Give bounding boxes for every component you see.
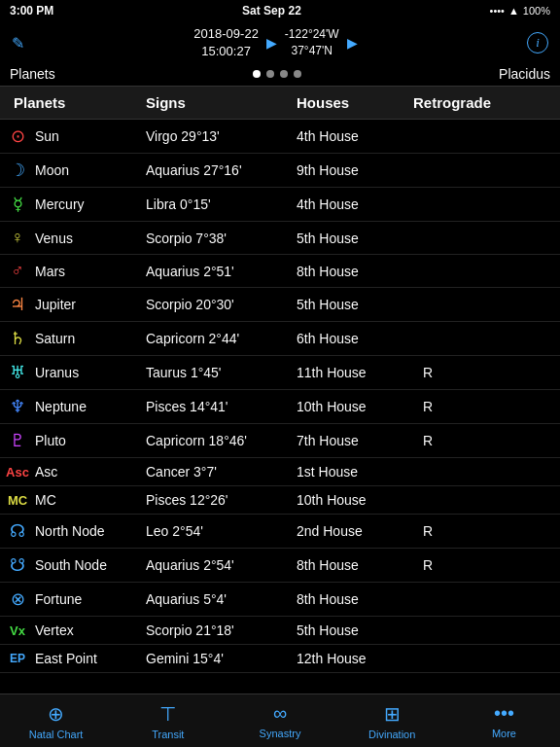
planet-symbol: ♆ — [6, 396, 29, 417]
sign-cell: Aquarius 5°4' — [136, 591, 287, 607]
planet-cell-venus: ♀ Venus — [0, 228, 136, 248]
nav-arrows: 2018-09-22 15:00:27 ▶ -122°24'W 37°47'N … — [193, 25, 357, 60]
planet-cell-mars: ♂ Mars — [0, 261, 136, 281]
bottom-nav: ⊕ Natal Chart ⊤ Transit ∞ Synastry ⊞ Div… — [0, 694, 560, 747]
planet-name: Moon — [35, 162, 69, 178]
retrograde-cell: R — [403, 365, 501, 380]
planet-symbol: ☿ — [6, 194, 29, 215]
sign-cell: Scorpio 7°38' — [136, 231, 287, 246]
dot-2[interactable] — [266, 70, 274, 78]
section-label: Planets — [10, 66, 55, 82]
table-row: ☽ Moon Aquarius 27°16' 9th House — [0, 154, 560, 188]
planet-name: Jupiter — [35, 297, 76, 312]
sign-cell: Aquarius 2°54' — [136, 557, 287, 573]
info-button[interactable]: i — [527, 32, 548, 53]
sign-cell: Libra 0°15' — [136, 196, 287, 212]
transit-icon: ⊤ — [159, 702, 176, 726]
right-arrow[interactable]: ▶ — [347, 35, 358, 51]
planet-symbol: ♄ — [6, 328, 29, 349]
house-cell: 11th House — [287, 365, 403, 380]
page-dots — [253, 70, 301, 78]
dot-4[interactable] — [294, 70, 301, 78]
planet-cell-uranus: ♅ Uranus — [0, 362, 136, 383]
planet-name: South Node — [35, 557, 107, 573]
sign-cell: Aquarius 2°51' — [136, 264, 287, 279]
top-nav: ✎ 2018-09-22 15:00:27 ▶ -122°24'W 37°47'… — [0, 21, 560, 64]
wifi-icon: ▲ — [508, 5, 519, 17]
table-header: Planets Signs Houses Retrograde — [0, 86, 560, 120]
status-bar: 3:00 PM Sat Sep 22 •••• ▲ 100% — [0, 0, 560, 21]
left-arrow[interactable]: ▶ — [266, 35, 277, 51]
table-row: ♄ Saturn Capricorn 2°44' 6th House — [0, 322, 560, 356]
tab-more[interactable]: ••• More — [448, 694, 560, 747]
planet-cell-asc: Asc Asc — [0, 464, 136, 480]
house-cell: 10th House — [287, 399, 403, 414]
sign-cell: Cancer 3°7' — [136, 464, 287, 480]
planet-cell-saturn: ♄ Saturn — [0, 328, 136, 349]
planet-cell-northnode: ☊ North Node — [0, 520, 136, 542]
planet-name: MC — [35, 492, 56, 508]
battery-indicator: 100% — [523, 5, 550, 17]
table-row: ☿ Mercury Libra 0°15' 4th House — [0, 188, 560, 222]
dot-3[interactable] — [280, 70, 288, 78]
table-row: MC MC Pisces 12°26' 10th House — [0, 486, 560, 515]
table-row: ⊗ Fortune Aquarius 5°4' 8th House — [0, 583, 560, 617]
planet-name: North Node — [35, 523, 105, 539]
status-icons: •••• ▲ 100% — [490, 5, 550, 17]
sign-cell: Gemini 15°4' — [136, 651, 287, 666]
planet-cell-vertex: Vx Vertex — [0, 622, 136, 638]
house-cell: 5th House — [287, 297, 403, 312]
planet-cell-neptune: ♆ Neptune — [0, 396, 136, 417]
divination-icon: ⊞ — [384, 702, 401, 726]
sign-cell: Pisces 12°26' — [136, 492, 287, 508]
planet-symbol: ♃ — [6, 294, 29, 315]
house-cell: 8th House — [287, 264, 403, 279]
house-cell: 4th House — [287, 128, 403, 144]
planet-symbol: ♇ — [6, 430, 29, 451]
planet-symbol: MC — [6, 493, 29, 508]
col-header-houses: Houses — [287, 94, 403, 111]
sign-cell: Scorpio 20°30' — [136, 297, 287, 312]
tab-transit[interactable]: ⊤ Transit — [112, 694, 224, 747]
house-cell: 7th House — [287, 433, 403, 448]
sign-cell: Capricorn 18°46' — [136, 433, 287, 448]
house-cell: 4th House — [287, 196, 403, 212]
planet-cell-jupiter: ♃ Jupiter — [0, 294, 136, 315]
synastry-label: Synastry — [260, 728, 301, 739]
sign-cell: Virgo 29°13' — [136, 128, 287, 144]
house-cell: 8th House — [287, 591, 403, 607]
sign-cell: Capricorn 2°44' — [136, 331, 287, 346]
planet-name: Uranus — [35, 365, 79, 380]
retrograde-cell: R — [403, 433, 501, 448]
col-header-signs: Signs — [136, 94, 287, 111]
table-row: ☋ South Node Aquarius 2°54' 8th House R — [0, 549, 560, 583]
edit-icon[interactable]: ✎ — [12, 34, 24, 53]
retrograde-cell: R — [403, 399, 501, 414]
tab-natal[interactable]: ⊕ Natal Chart — [0, 694, 112, 747]
planet-symbol: EP — [6, 652, 29, 665]
divination-label: Divination — [368, 729, 415, 740]
planet-cell-moon: ☽ Moon — [0, 160, 136, 181]
house-cell: 8th House — [287, 557, 403, 573]
status-day: Sat Sep 22 — [242, 4, 301, 18]
table-row: ♃ Jupiter Scorpio 20°30' 5th House — [0, 288, 560, 322]
sign-cell: Pisces 14°41' — [136, 399, 287, 414]
tab-divination[interactable]: ⊞ Divination — [336, 694, 448, 747]
planet-cell-fortune: ⊗ Fortune — [0, 588, 136, 610]
tab-synastry[interactable]: ∞ Synastry — [224, 694, 335, 747]
sign-cell: Scorpio 21°18' — [136, 622, 287, 638]
retrograde-cell: R — [403, 557, 501, 573]
planet-name: Vertex — [35, 622, 74, 638]
house-system-label: Placidus — [499, 66, 550, 82]
house-cell: 12th House — [287, 651, 403, 666]
house-cell: 5th House — [287, 231, 403, 246]
natal-label: Natal Chart — [29, 729, 84, 740]
planet-name: Sun — [35, 128, 59, 144]
planet-name: Saturn — [35, 331, 75, 346]
planet-name: Mars — [35, 264, 65, 279]
natal-icon: ⊕ — [48, 702, 64, 726]
table-row: EP East Point Gemini 15°4' 12th House — [0, 645, 560, 673]
dot-1[interactable] — [253, 70, 261, 78]
planet-cell-mercury: ☿ Mercury — [0, 194, 136, 215]
planet-cell-sun: ⊙ Sun — [0, 125, 136, 147]
